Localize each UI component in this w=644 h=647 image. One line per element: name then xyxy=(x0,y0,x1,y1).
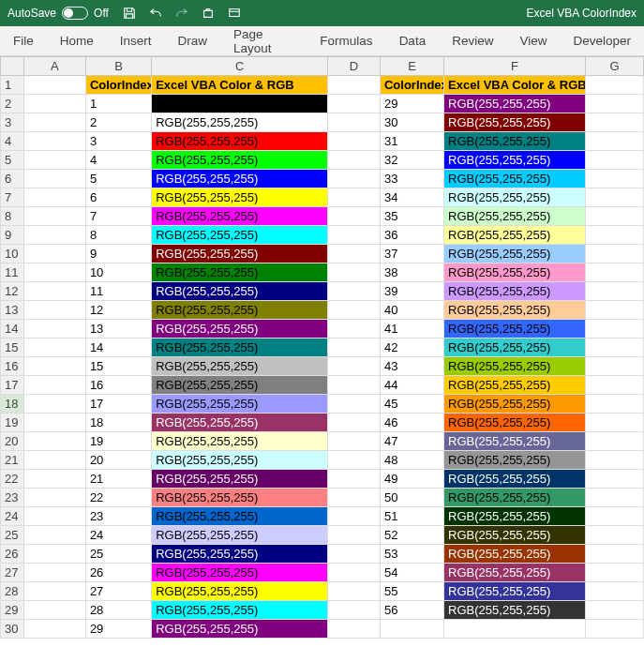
worksheet-grid[interactable]: ABCDEFG 1ColorIndexExcel VBA Color & RGB… xyxy=(0,56,644,639)
cell-C22[interactable]: RGB(255,255,255) xyxy=(152,470,328,489)
cell-F8[interactable]: RGB(255,255,255) xyxy=(444,207,586,226)
cell-G18[interactable] xyxy=(585,395,643,414)
col-header-B[interactable]: B xyxy=(85,57,151,76)
toggle-off-icon[interactable] xyxy=(62,7,88,20)
cell-B28[interactable]: 27 xyxy=(85,582,151,601)
cell-E10[interactable]: 37 xyxy=(380,245,443,263)
cell-A18[interactable] xyxy=(23,395,85,414)
cell-B27[interactable]: 26 xyxy=(85,564,151,582)
row-header[interactable]: 23 xyxy=(1,489,24,507)
row-header[interactable]: 11 xyxy=(1,263,24,282)
cell-A23[interactable] xyxy=(23,489,85,507)
col-header-F[interactable]: F xyxy=(444,57,586,76)
cell-E24[interactable]: 51 xyxy=(380,507,443,526)
cell-C14[interactable]: RGB(255,255,255) xyxy=(152,320,328,339)
cell-C15[interactable]: RGB(255,255,255) xyxy=(152,339,328,357)
cell-F25[interactable]: RGB(255,255,255) xyxy=(444,526,586,545)
cell-D7[interactable] xyxy=(328,188,381,207)
cell-D29[interactable] xyxy=(328,601,381,620)
cell-F22[interactable]: RGB(255,255,255) xyxy=(444,470,586,489)
cell-A22[interactable] xyxy=(23,470,85,489)
cell-C26[interactable]: RGB(255,255,255) xyxy=(152,545,328,564)
cell-E14[interactable]: 41 xyxy=(380,320,443,339)
cell-E19[interactable]: 46 xyxy=(380,414,443,432)
cell-D2[interactable] xyxy=(328,95,381,113)
select-all-corner[interactable] xyxy=(1,57,24,76)
cell-B18[interactable]: 17 xyxy=(85,395,151,414)
cell-C4[interactable]: RGB(255,255,255) xyxy=(152,132,328,151)
redo-icon[interactable] xyxy=(174,6,189,21)
cell-B20[interactable]: 19 xyxy=(85,432,151,451)
row-header[interactable]: 18 xyxy=(1,395,24,414)
cell-D24[interactable] xyxy=(328,507,381,526)
cell-B21[interactable]: 20 xyxy=(85,451,151,470)
cell-A13[interactable] xyxy=(23,301,85,320)
cell-D6[interactable] xyxy=(328,170,381,188)
cell-E3[interactable]: 30 xyxy=(380,113,443,132)
cell-D10[interactable] xyxy=(328,245,381,263)
cell-A6[interactable] xyxy=(23,170,85,188)
cell-A28[interactable] xyxy=(23,582,85,601)
cell-A24[interactable] xyxy=(23,507,85,526)
cell-D4[interactable] xyxy=(328,132,381,151)
cell-E9[interactable]: 36 xyxy=(380,226,443,245)
cell-F21[interactable]: RGB(255,255,255) xyxy=(444,451,586,470)
cell-D19[interactable] xyxy=(328,414,381,432)
ribbon-tab-formulas[interactable]: Formulas xyxy=(320,34,372,48)
cell-F19[interactable]: RGB(255,255,255) xyxy=(444,414,586,432)
cell-B23[interactable]: 22 xyxy=(85,489,151,507)
cell-C17[interactable]: RGB(255,255,255) xyxy=(152,376,328,395)
cell-F14[interactable]: RGB(255,255,255) xyxy=(444,320,586,339)
cell-B12[interactable]: 11 xyxy=(85,282,151,301)
cell-A29[interactable] xyxy=(23,601,85,620)
row-header[interactable]: 4 xyxy=(1,132,24,151)
cell-E26[interactable]: 53 xyxy=(380,545,443,564)
cell-F5[interactable]: RGB(255,255,255) xyxy=(444,151,586,170)
cell-E13[interactable]: 40 xyxy=(380,301,443,320)
cell-G28[interactable] xyxy=(585,582,643,601)
cell-E7[interactable]: 34 xyxy=(380,188,443,207)
cell-D27[interactable] xyxy=(328,564,381,582)
cell-C24[interactable]: RGB(255,255,255) xyxy=(152,507,328,526)
ribbon-tab-developer[interactable]: Developer xyxy=(573,34,631,48)
cell-A9[interactable] xyxy=(23,226,85,245)
row-header[interactable]: 21 xyxy=(1,451,24,470)
row-header[interactable]: 30 xyxy=(1,620,24,639)
cell-G22[interactable] xyxy=(585,470,643,489)
cell-G17[interactable] xyxy=(585,376,643,395)
cell-F13[interactable]: RGB(255,255,255) xyxy=(444,301,586,320)
cell-A25[interactable] xyxy=(23,526,85,545)
cell-D12[interactable] xyxy=(328,282,381,301)
cell-E18[interactable]: 45 xyxy=(380,395,443,414)
cell-C23[interactable]: RGB(255,255,255) xyxy=(152,489,328,507)
cell-C10[interactable]: RGB(255,255,255) xyxy=(152,245,328,263)
cell-G14[interactable] xyxy=(585,320,643,339)
cell-G16[interactable] xyxy=(585,357,643,376)
cell-G13[interactable] xyxy=(585,301,643,320)
cell-F27[interactable]: RGB(255,255,255) xyxy=(444,564,586,582)
cell-F28[interactable]: RGB(255,255,255) xyxy=(444,582,586,601)
cell-D3[interactable] xyxy=(328,113,381,132)
row-header[interactable]: 28 xyxy=(1,582,24,601)
cell-B19[interactable]: 18 xyxy=(85,414,151,432)
cell-B25[interactable]: 24 xyxy=(85,526,151,545)
cell-E11[interactable]: 38 xyxy=(380,263,443,282)
cell-C18[interactable]: RGB(255,255,255) xyxy=(152,395,328,414)
cell-E20[interactable]: 47 xyxy=(380,432,443,451)
cell-A1[interactable] xyxy=(23,76,85,95)
cell-C28[interactable]: RGB(255,255,255) xyxy=(152,582,328,601)
cell-G12[interactable] xyxy=(585,282,643,301)
cell-B26[interactable]: 25 xyxy=(85,545,151,564)
cell-D22[interactable] xyxy=(328,470,381,489)
cell-C13[interactable]: RGB(255,255,255) xyxy=(152,301,328,320)
cell-B9[interactable]: 8 xyxy=(85,226,151,245)
cell-B15[interactable]: 14 xyxy=(85,339,151,357)
ribbon-tab-data[interactable]: Data xyxy=(399,34,427,48)
cell-D5[interactable] xyxy=(328,151,381,170)
cell-G27[interactable] xyxy=(585,564,643,582)
row-header[interactable]: 17 xyxy=(1,376,24,395)
undo-icon[interactable] xyxy=(148,6,163,21)
cell-F10[interactable]: RGB(255,255,255) xyxy=(444,245,586,263)
ribbon-tab-file[interactable]: File xyxy=(13,34,34,48)
cell-A27[interactable] xyxy=(23,564,85,582)
